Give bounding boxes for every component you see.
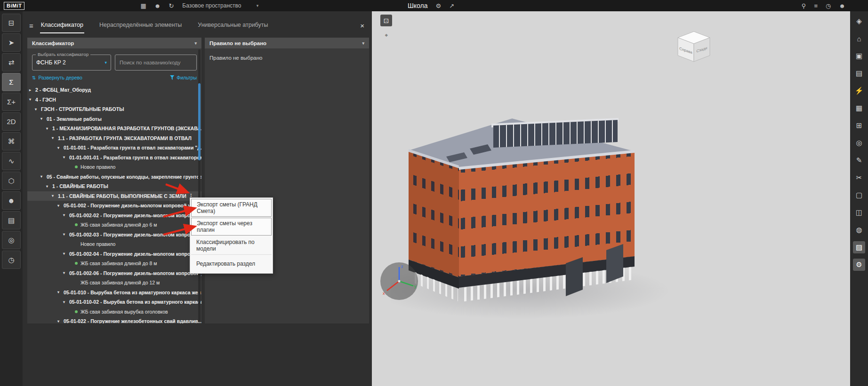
select-tool-button[interactable]: ➤	[2, 33, 21, 52]
view-cube[interactable]: Справа Сзади	[675, 30, 712, 64]
tree-row[interactable]: ▾ 05-01-022 - Погружение железобетонных …	[27, 316, 201, 323]
team-button[interactable]: ☻	[154, 3, 161, 9]
estimate-tool-button[interactable]: Σ+	[2, 93, 21, 111]
filters-link[interactable]: Фильтры	[170, 75, 197, 80]
tree-row[interactable]: ▾ 1.1 - СВАЙНЫЕ РАБОТЫ, ВЫПОЛНЯЕМЫЕ С ЗЕ…	[27, 191, 201, 201]
tree-row[interactable]: ▾ 01-01-001-01 - Разработка грунта в отв…	[27, 153, 201, 163]
close-panel-button[interactable]: ×	[360, 22, 364, 30]
tree-row[interactable]: ▾ 05 - Свайные работы, опускные колодцы,…	[27, 172, 201, 182]
tab-universal-attributes[interactable]: Универсальные атрибуты	[197, 18, 269, 33]
expand-tree-link[interactable]: ⇅ Развернуть дерево	[32, 75, 82, 80]
classifier-section-header[interactable]: Классификатор ▾	[27, 38, 201, 48]
tree-row[interactable]: ЖБ свая забивная длиной до 6 м	[27, 220, 201, 230]
tree-row[interactable]: ▾ 1 - СВАЙНЫЕ РАБОТЫ	[27, 181, 201, 191]
viewport-settings-button[interactable]: ⚙	[853, 259, 865, 271]
shading-button[interactable]: ◍	[853, 224, 865, 236]
target-button[interactable]: ⌖	[383, 32, 390, 39]
shared-folder-button[interactable]: ▤	[2, 211, 21, 229]
menu-button[interactable]: ≡	[814, 3, 818, 9]
tree-expand-icon[interactable]: ▾	[57, 319, 64, 323]
tree-row[interactable]: Новое правило	[27, 162, 201, 172]
tree-scrollbar-thumb[interactable]	[198, 83, 201, 160]
grid-button[interactable]: ⊞	[853, 119, 865, 132]
menu-edit-section[interactable]: Редактировать раздел	[191, 254, 272, 272]
focus-extents-button[interactable]: ◈	[853, 15, 865, 27]
viewport-3d[interactable]: ⊡ ⌖ Справа Сзади z x y	[372, 11, 850, 386]
workspace-selector[interactable]: Базовое пространство ▾	[182, 2, 258, 9]
rule-section-header[interactable]: Правило не выбрано ▾	[205, 38, 369, 48]
compare-button[interactable]: ◫	[853, 206, 865, 219]
tree-row[interactable]: ЖБ свая забивная вырубка оголовков	[27, 307, 201, 317]
tree-row[interactable]: ▸ 2 - ФСБЦ_Мат_Оборуд	[27, 85, 201, 95]
tree-row[interactable]: ЖБ свая забивная длиной до 8 м	[27, 259, 201, 268]
tree-row[interactable]: ▾ 05-01-002-02 - Погружение дизель-молот…	[27, 211, 201, 221]
classifier-tool-button[interactable]: Σ	[2, 73, 21, 91]
tree-row[interactable]: ▾ 05-01-002 - Погружение дизель-молотом …	[27, 201, 201, 211]
focus-model-button[interactable]: ⊡	[380, 15, 392, 26]
projects-button[interactable]: ▦	[140, 3, 146, 9]
tree-row[interactable]: ▾ 05-01-002-06 - Погружение дизель-молот…	[27, 268, 201, 278]
tree-row[interactable]: ▾ 1.1 - РАЗРАБОТКА ГРУНТА ЭКСКАВАТОРАМИ …	[27, 134, 201, 143]
relations-tool-button[interactable]: ⇄	[2, 53, 21, 71]
tree-expand-icon[interactable]: ▾	[57, 290, 64, 294]
users-button[interactable]: ☻	[2, 191, 21, 210]
paint-button[interactable]: ▨	[853, 241, 865, 253]
model-structure-button[interactable]: ⊟	[2, 14, 21, 32]
tree-expand-icon[interactable]: ▾	[52, 136, 58, 140]
classifier-search-input[interactable]	[115, 55, 197, 71]
tree-row[interactable]: ▾ 05-01-002-04 - Погружение дизель-молот…	[27, 249, 201, 259]
section-cut-button[interactable]: ✂	[853, 172, 865, 184]
home-view-button[interactable]: ⌂	[853, 32, 865, 45]
org-structure-button[interactable]: ⌘	[2, 132, 21, 150]
tree-expand-icon[interactable]: ▾	[63, 300, 69, 304]
tree-row[interactable]: ▾ 01-01-001 - Разработка грунта в отвал …	[27, 143, 201, 153]
tree-scrollbar[interactable]	[198, 49, 201, 322]
tree-row[interactable]: ЖБ свая забивная длиной до 12 м	[27, 278, 201, 288]
menu-export-plugin[interactable]: Экспорт сметы через плагин	[191, 218, 272, 236]
tree-expand-icon[interactable]: ▾	[57, 146, 64, 150]
section-box-button[interactable]: ▦	[853, 102, 865, 114]
layers-button[interactable]: ▤	[853, 67, 865, 79]
tree-row[interactable]: ▾ ГЭСН - СТРОИТЕЛЬНЫЕ РАБОТЫ	[27, 104, 201, 114]
tree-expand-icon[interactable]: ▾	[63, 213, 69, 217]
collapse-panel-icon[interactable]: ≡	[29, 22, 33, 30]
tree-expand-icon[interactable]: ▾	[63, 271, 69, 275]
settings-button[interactable]: ⚙	[436, 3, 442, 9]
tree-expand-icon[interactable]: ▾	[40, 117, 47, 121]
classifier-select[interactable]: Выбрать классификатор ФСНБ КР 2 ▾	[32, 55, 111, 71]
view-2d-button[interactable]: 2D	[2, 112, 21, 131]
tree-expand-icon[interactable]: ▾	[63, 155, 69, 159]
time-tracking-button[interactable]: ◷	[2, 251, 21, 269]
tab-classifier[interactable]: Классификатор	[40, 18, 84, 33]
tab-unallocated[interactable]: Нераспределённые элементы	[98, 18, 183, 33]
account-button[interactable]: ☻	[839, 3, 845, 9]
tree-expand-icon[interactable]: ▾	[57, 204, 64, 208]
clash-button[interactable]: ⚡	[853, 85, 865, 97]
tree-expand-icon[interactable]: ▾	[35, 107, 41, 111]
menu-export-grand[interactable]: Экспорт сметы (ГРАНД Смета)	[191, 199, 272, 217]
search-button[interactable]: ⚲	[802, 3, 806, 9]
charts-button[interactable]: ∿	[2, 152, 21, 170]
tree-expand-icon[interactable]: ▾	[46, 126, 52, 131]
tree-expand-icon[interactable]: ▾	[52, 194, 58, 198]
tree-row[interactable]: ▾ 1 - МЕХАНИЗИРОВАННАЯ РАЗРАБОТКА ГРУНТО…	[27, 124, 201, 134]
tree-expand-icon[interactable]: ▾	[29, 97, 35, 102]
tree-expand-icon[interactable]: ▾	[63, 252, 69, 256]
tree-row[interactable]: Новое правило	[27, 239, 201, 249]
screenshot-button[interactable]: ▣	[853, 50, 865, 62]
orbit-button[interactable]: ◎	[853, 137, 865, 149]
plugins-button[interactable]: ⬡	[2, 172, 21, 190]
user-location-button[interactable]: ◎	[2, 231, 21, 249]
sessions-button[interactable]: ◷	[826, 3, 831, 9]
tree-expand-icon[interactable]: ▸	[29, 88, 35, 92]
markup-button[interactable]: ✎	[853, 154, 865, 166]
tree-expand-icon[interactable]: ▾	[63, 232, 69, 236]
selection-frame-button[interactable]: ▢	[853, 189, 865, 201]
navigation-gizmo[interactable]: z x y	[379, 261, 419, 301]
tree-row[interactable]: ▾ 05-01-010-02 - Вырубка бетона из армат…	[27, 297, 201, 307]
tree-row[interactable]: ▾ 01 - Земляные работы	[27, 114, 201, 124]
share-button[interactable]: ↗	[449, 3, 454, 9]
tree-expand-icon[interactable]: ▾	[46, 184, 52, 189]
menu-classify-by-model[interactable]: Классифицировать по модели	[191, 236, 272, 254]
tree-row[interactable]: ▾ 4 - ГЭСН	[27, 95, 201, 105]
